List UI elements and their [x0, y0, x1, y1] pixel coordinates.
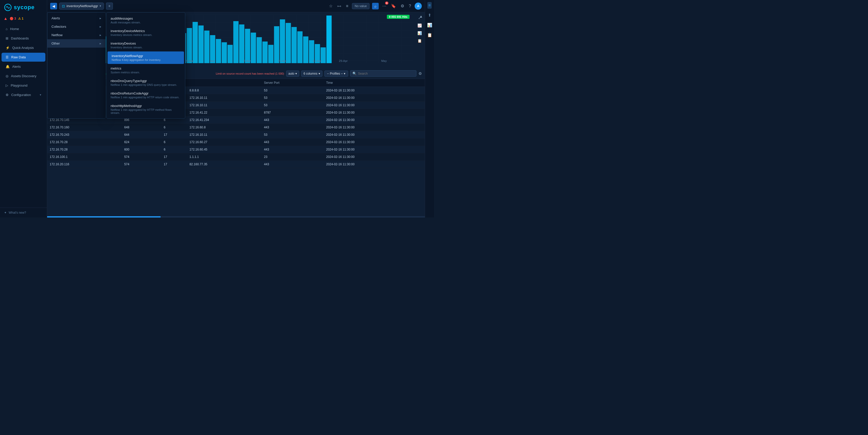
notifications-button[interactable]: ⋯ 6: [381, 3, 388, 9]
chevron-down-icon: ▾: [318, 72, 320, 75]
cell-server-ip: 1.1.1.1: [187, 153, 261, 161]
filter-button[interactable]: ⧟: [336, 3, 342, 9]
columns-select[interactable]: 6 columns ▾: [301, 71, 322, 77]
col-time: Time: [324, 79, 425, 87]
sidebar-item-alerts[interactable]: 🔔 Alerts: [2, 62, 45, 71]
sidebar-item-raw-data[interactable]: ☰ Raw Data: [2, 53, 45, 62]
svg-rect-40: [286, 23, 291, 63]
search-input[interactable]: [358, 72, 414, 75]
auto-select[interactable]: auto ▾: [286, 71, 299, 77]
alerts-bar: ▲ 🔴 3 ⚠ 1: [0, 15, 47, 24]
cell-time: 2024-02-16 11:30:00: [324, 109, 425, 116]
cell-server-port: 53: [261, 87, 324, 94]
cell-server-ip: 172.16.10.11: [187, 131, 261, 139]
whats-new-footer[interactable]: ✦ What's new?: [0, 207, 47, 218]
active-tab[interactable]: ⊡ inventoryNetflowAggr ▾: [59, 3, 104, 10]
cell-server-port: 443: [261, 124, 324, 131]
cell-client-ip: 172.16.70.28: [47, 146, 122, 153]
assets-icon: ◎: [6, 74, 8, 78]
bottom-progress-bar: [47, 216, 425, 218]
svg-text:22-Apr: 22-Apr: [313, 60, 321, 62]
right-icon-2[interactable]: 📊: [426, 22, 433, 29]
cell-flows: 644: [122, 131, 161, 139]
sub-item-nbox-dns-query[interactable]: nboxDnsQueryTypeAggr Netflow 1 min aggre…: [106, 76, 185, 89]
sub-item-nbox-dns-return[interactable]: nboxDnsReturnCodeAggr Netflow 1 min aggr…: [106, 89, 185, 101]
dropdown-main-menu: Alerts ▸ Collectors ▸ Netflow ▸ Other ▸: [47, 12, 106, 119]
chart-line-icon[interactable]: 📈: [416, 23, 423, 29]
sub-item-metrics[interactable]: metrics System metrics stream.: [106, 64, 185, 76]
table-row[interactable]: 172.16.70.28 600 6 172.16.60.45 443 2024…: [47, 146, 425, 153]
avatar[interactable]: A: [415, 3, 422, 10]
chevron-right-icon: ▸: [100, 25, 101, 29]
sub-item-inventory-netflow-aggr[interactable]: inventoryNetflowAggr Netflow 4-key aggre…: [107, 52, 184, 64]
cell-server-ip: 82.160.77.35: [187, 161, 261, 168]
sub-item-inventory-device-metrics[interactable]: inventoryDeviceMetrics Inventory devices…: [106, 27, 185, 39]
cell-col3: 6: [161, 139, 187, 146]
right-icon-1[interactable]: ⬆: [427, 12, 432, 19]
help-button[interactable]: ?: [408, 3, 412, 9]
sidebar-item-quick-analysis[interactable]: ⚡ Quick Analysis: [2, 43, 45, 52]
dropdown-item-alerts[interactable]: Alerts ▸: [48, 14, 105, 23]
cell-server-ip: 172.16.60.45: [187, 146, 261, 153]
cell-server-port: 443: [261, 139, 324, 146]
chart-right-icons: ⤢ 📈 📊 📋: [416, 15, 423, 44]
red-alert-count[interactable]: 🔴 3: [10, 17, 16, 21]
star-button[interactable]: ☆: [328, 3, 334, 9]
cell-client-ip: 172.16.20.116: [47, 161, 122, 168]
search-magnifier-icon: 🔍: [352, 72, 356, 75]
chart-hits-badge: 8 055 691 Hits: [387, 15, 409, 19]
cell-server-ip: 172.16.60.27: [187, 139, 261, 146]
logo[interactable]: sycope: [0, 0, 47, 15]
table-row[interactable]: 172.16.20.116 574 17 82.160.77.35 443 20…: [47, 161, 425, 168]
dashboards-icon: ⊞: [6, 36, 8, 40]
svg-rect-23: [187, 28, 192, 63]
table-icon[interactable]: 📋: [416, 38, 423, 44]
cell-client-ip: 172.16.70.28: [47, 139, 122, 146]
svg-rect-39: [280, 19, 285, 63]
cell-server-ip: 172.16.10.11: [187, 102, 261, 109]
sidebar-item-assets-discovery[interactable]: ◎ Assets Discovery: [2, 72, 45, 80]
maximize-icon[interactable]: ⤢: [416, 15, 423, 21]
columns-button[interactable]: ≡: [345, 3, 349, 9]
sub-item-audit-messages[interactable]: auditMessages Audit messages stream.: [106, 14, 185, 27]
tab-label: inventoryNetflowAggr: [66, 4, 98, 8]
search-bar[interactable]: 🔍: [350, 70, 416, 77]
cell-time: 2024-02-16 11:30:00: [324, 161, 425, 168]
sidebar-item-configuration[interactable]: ⚙ Configuration ▾: [2, 91, 45, 99]
right-icon-3[interactable]: 📋: [426, 32, 433, 38]
add-tab-button[interactable]: +: [106, 3, 113, 10]
settings-button[interactable]: ⚙: [400, 3, 405, 9]
sub-item-nbox-http-method[interactable]: nboxHttpMethodAggr Netflow 1 min aggrega…: [106, 101, 185, 117]
right-panel-active-icon[interactable]: ≡: [427, 2, 432, 9]
cell-flows: 574: [122, 153, 161, 161]
dropdown-item-other[interactable]: Other ▸: [48, 39, 105, 47]
cell-server-port: 53: [261, 102, 324, 109]
table-row[interactable]: 172.16.70.28 624 6 172.16.60.27 443 2024…: [47, 139, 425, 146]
sub-item-inventory-devices[interactable]: inventoryDevices Inventory devices strea…: [106, 39, 185, 52]
sidebar-item-dashboards[interactable]: ⊞ Dashboards: [2, 34, 45, 43]
sidebar-item-home[interactable]: ⌂ Home: [2, 25, 45, 33]
svg-rect-25: [198, 26, 204, 63]
dropdown-item-netflow[interactable]: Netflow ▸: [48, 31, 105, 39]
cell-time: 2024-02-16 11:30:00: [324, 146, 425, 153]
cell-server-port: 443: [261, 161, 324, 168]
profiles-select[interactable]: – Profiles – ▾: [324, 71, 348, 77]
back-button[interactable]: ◀: [50, 3, 57, 9]
chevron-down-icon: ▾: [344, 72, 345, 75]
table-row[interactable]: 172.16.70.243 644 17 172.16.10.11 53 202…: [47, 131, 425, 139]
bookmark-button[interactable]: 🔖: [390, 3, 397, 9]
dropdown-item-collectors[interactable]: Collectors ▸: [48, 23, 105, 31]
orange-alert-count[interactable]: ⚠ 1: [18, 17, 24, 21]
col-server-ip: [187, 79, 261, 87]
cell-col3: 17: [161, 131, 187, 139]
svg-rect-31: [233, 21, 239, 63]
cell-time: 2024-02-16 11:30:00: [324, 87, 425, 94]
cell-col3: 17: [161, 161, 187, 168]
chart-bar-icon[interactable]: 📊: [416, 30, 423, 36]
table-row[interactable]: 172.16.100.1 574 17 1.1.1.1 23 2024-02-1…: [47, 153, 425, 161]
table-row[interactable]: 172.16.70.160 648 6 172.16.60.8 443 2024…: [47, 124, 425, 131]
search-button[interactable]: ⌕: [372, 3, 379, 9]
svg-rect-26: [204, 31, 210, 63]
table-settings-button[interactable]: ⚙: [418, 71, 422, 76]
sidebar-item-playground[interactable]: ▷ Playground: [2, 81, 45, 90]
